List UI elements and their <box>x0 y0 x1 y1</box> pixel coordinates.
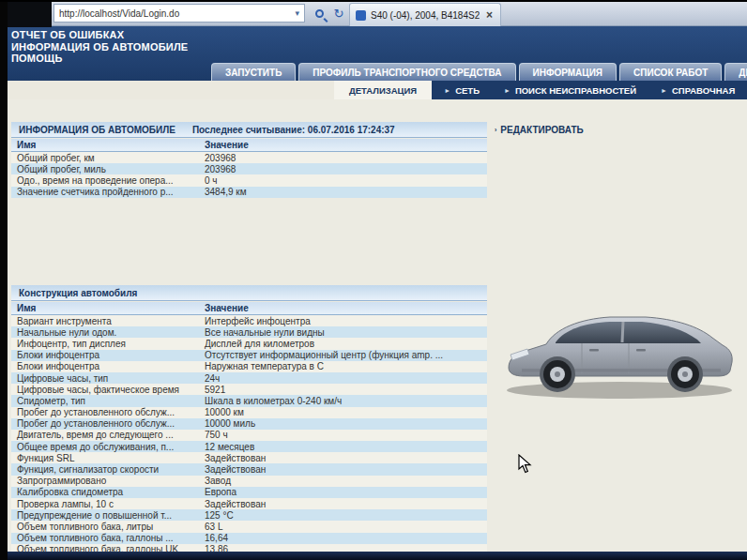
search-icon <box>315 9 324 18</box>
table-row[interactable]: Двигатель, время до следующего ... 750 ч <box>11 430 487 441</box>
table-row[interactable]: Проверка лампы, 10 с Задействован <box>11 498 487 509</box>
row-name: Инфоцентр, тип дисплея <box>11 339 201 349</box>
primary-tab[interactable]: ПРОФИЛЬ ТРАНСПОРТНОГО СРЕДСТВА <box>298 63 515 81</box>
table-header: Имя Значение <box>11 302 487 315</box>
row-name: Общее время до обслуживания, п... <box>11 442 201 452</box>
row-value: 24ч <box>201 373 487 384</box>
row-name: Одо., время на проведение опера... <box>11 175 201 186</box>
table-row[interactable]: Функция SRL Задействован <box>11 452 487 463</box>
column-header-name: Имя <box>11 303 201 313</box>
tab-fault-tracing[interactable]: ► ПОИСК НЕИСПРАВНОСТЕЙ <box>492 81 648 99</box>
table-row[interactable]: Пробег до установленного обслуж... 10000… <box>11 407 487 418</box>
vehicle-image <box>499 280 743 413</box>
search-button[interactable] <box>310 5 328 22</box>
vehicle-info-header: ИНФОРМАЦИЯ ОБ АВТОМОБИЛЕ Последнее считы… <box>11 122 487 138</box>
table-row[interactable]: Блоки инфоцентра Отсутствует информацион… <box>11 350 487 361</box>
main-menu: ОТЧЕТ ОБ ОШИБКАХ ИНФОРМАЦИЯ ОБ АВТОМОБИЛ… <box>11 29 188 65</box>
construction-table: Имя Значение Вариант инструмента Интерфе… <box>11 302 487 555</box>
row-name: Пробег до установленного обслуж... <box>11 407 201 417</box>
table-row[interactable]: Начальные нули одом. Все начальные нули … <box>11 326 487 338</box>
row-value: 750 ч <box>201 430 487 440</box>
browser-tab[interactable]: S40 (-04), 2004, B4184S2, M... × <box>349 3 501 26</box>
table-row[interactable]: Функция, сигнализатор скорости Задейство… <box>11 463 487 475</box>
row-value: Завод <box>201 476 487 486</box>
photo-edge <box>0 0 52 27</box>
table-row[interactable]: Блоки инфоцентра Наружная температура в … <box>11 361 487 372</box>
row-name: Цифровые часы, тип <box>11 373 201 384</box>
row-name: Вариант инструмента <box>11 316 201 326</box>
tab-label: ДЕТАЛИЗАЦИЯ <box>349 85 417 96</box>
table-row[interactable]: Пробег до установленного обслуж... 10000… <box>11 418 487 430</box>
column-header-name: Имя <box>11 140 201 150</box>
table-row[interactable]: Предупреждение о повышенной т... 125 °C <box>11 509 487 521</box>
column-header-value: Значение <box>201 303 487 313</box>
taskbar <box>0 552 747 560</box>
table-row[interactable]: Калибровка спидометра Европа <box>11 487 487 498</box>
row-value: Задействован <box>201 453 487 463</box>
address-bar[interactable]: http://localhost/Vida/Login.do ▾ <box>53 4 305 23</box>
tab-label: СПРАВОЧНАЯ <box>672 85 735 96</box>
row-name: Функция SRL <box>11 453 201 463</box>
edit-label: РЕДАКТИРОВАТЬ <box>500 125 583 135</box>
construction-rows: Вариант инструмента Интерфейс инфоцентра… <box>11 315 487 555</box>
photo-edge <box>0 0 8 560</box>
primary-tabs: ЗАПУСТИТЬ ПРОФИЛЬ ТРАНСПОРТНОГО СРЕДСТВА… <box>211 63 747 81</box>
close-icon[interactable]: × <box>484 8 495 22</box>
row-value: 203968 <box>201 164 487 174</box>
chevron-down-icon[interactable]: ▾ <box>295 8 299 18</box>
tab-label: ПОИСК НЕИСПРАВНОСТЕЙ <box>515 85 636 96</box>
primary-tab[interactable]: ДИАГНО <box>724 63 747 81</box>
table-row[interactable]: Запрограммировано Завод <box>11 476 487 487</box>
row-value: Шкала в километрах 0-240 км/ч <box>201 396 487 406</box>
tab-network[interactable]: ► СЕТЬ <box>432 81 492 99</box>
table-row[interactable]: Одо., время на проведение опера... 0 ч <box>11 174 487 186</box>
row-name: Начальные нули одом. <box>11 327 201 338</box>
table-row[interactable]: Общее время до обслуживания, п... 12 мес… <box>11 441 487 452</box>
row-value: Все начальные нули видны <box>201 327 487 338</box>
table-row[interactable]: Объем топливного бака, галлоны ... 16,64 <box>11 533 487 544</box>
row-value: Задействован <box>201 464 487 475</box>
menu-error-report[interactable]: ОТЧЕТ ОБ ОШИБКАХ <box>11 29 188 41</box>
vehicle-info-table: Имя Значение Общий пробег, км 203968 Общ… <box>11 139 487 198</box>
tab-title: S40 (-04), 2004, B4184S2, M... <box>371 10 480 21</box>
row-name: Запрограммировано <box>11 476 201 486</box>
row-name: Двигатель, время до следующего ... <box>11 430 201 440</box>
table-row[interactable]: Объем топливного бака, литры 63 L <box>11 521 487 532</box>
row-value: 63 L <box>201 522 487 532</box>
tab-label: СЕТЬ <box>455 85 480 96</box>
screen: http://localhost/Vida/Login.do ▾ ↻ S40 (… <box>0 0 747 560</box>
tab-reference[interactable]: ► СПРАВОЧНАЯ <box>648 81 747 99</box>
edit-link[interactable]: › РЕДАКТИРОВАТЬ <box>495 125 584 135</box>
table-row[interactable]: Вариант инструмента Интерфейс инфоцентра <box>11 315 487 326</box>
row-name: Предупреждение о повышенной т... <box>11 510 201 521</box>
table-row[interactable]: Инфоцентр, тип дисплея Дисплей для килом… <box>11 338 487 349</box>
row-name: Объем топливного бака, галлоны ... <box>11 533 201 543</box>
table-row[interactable]: Цифровые часы, тип 24ч <box>11 372 487 384</box>
vehicle-info-rows: Общий пробег, км 203968 Общий пробег, ми… <box>11 152 487 198</box>
primary-tab[interactable]: ЗАПУСТИТЬ <box>211 63 296 81</box>
table-row[interactable]: Спидометр, тип Шкала в километрах 0-240 … <box>11 395 487 406</box>
row-value: 203968 <box>201 153 487 163</box>
row-value: Отсутствует информационный центр (функци… <box>201 350 487 360</box>
menu-vehicle-info[interactable]: ИНФОРМАЦИЯ ОБ АВТОМОБИЛЕ <box>11 41 188 53</box>
table-row[interactable]: Цифровые часы, фактическое время 5921 <box>11 384 487 395</box>
row-value: Европа <box>201 487 487 497</box>
row-name: Блоки инфоцентра <box>11 350 201 360</box>
mouse-cursor-icon <box>518 454 532 477</box>
row-value: 3484,9 км <box>201 187 487 197</box>
primary-tab[interactable]: СПИСОК РАБОТ <box>619 63 722 81</box>
row-value: Задействован <box>201 499 487 509</box>
section-title: ИНФОРМАЦИЯ ОБ АВТОМОБИЛЕ <box>19 125 175 135</box>
secondary-nav: ДЕТАЛИЗАЦИЯ ► СЕТЬ ► ПОИСК НЕИСПРАВНОСТЕ… <box>0 81 747 99</box>
table-row[interactable]: Общий пробег, км 203968 <box>11 152 487 163</box>
construction-header: Конструкция автомобиля <box>11 285 487 301</box>
tab-detalization[interactable]: ДЕТАЛИЗАЦИЯ <box>334 81 432 99</box>
row-value: 125 °C <box>201 510 487 521</box>
row-value: 16,64 <box>201 533 487 543</box>
menu-help[interactable]: ПОМОЩЬ <box>11 53 188 65</box>
refresh-icon[interactable]: ↻ <box>329 5 348 22</box>
section-title: Конструкция автомобиля <box>19 288 137 298</box>
table-row[interactable]: Значение счетчика пройденного р... 3484,… <box>11 187 487 198</box>
primary-tab[interactable]: ИНФОРМАЦИЯ <box>519 63 617 81</box>
table-row[interactable]: Общий пробег, миль 203968 <box>11 163 487 174</box>
